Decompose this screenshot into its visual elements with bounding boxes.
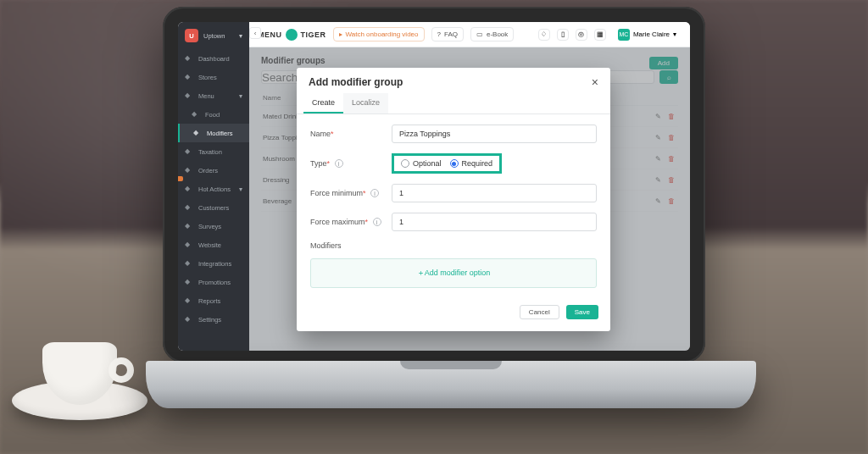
sidebar-item-promotions[interactable]: ◆Promotions xyxy=(178,273,249,291)
sidebar-item-label: Integrations xyxy=(198,260,231,268)
user-name: Marie Claire xyxy=(633,30,670,38)
save-button[interactable]: Save xyxy=(566,305,598,319)
sliders-icon: ◆ xyxy=(193,129,202,137)
chevron-down-icon: ▾ xyxy=(239,185,242,193)
sidebar-item-menu[interactable]: ◆Menu▾ xyxy=(178,86,249,105)
cart-icon: ◆ xyxy=(185,166,193,174)
modifiers-subheading: Modifiers xyxy=(310,241,597,250)
brand-name: Uptown xyxy=(203,32,225,40)
sidebar-item-settings[interactable]: ◆Settings xyxy=(178,310,249,329)
plug-icon: ◆ xyxy=(185,259,193,268)
search-icon: ⌕ xyxy=(667,74,671,81)
sidebar-item-label: Customers xyxy=(198,204,229,212)
sidebar-item-orders[interactable]: ◆Orders xyxy=(178,161,249,180)
sidebar-item-modifiers[interactable]: ◆Modifiers xyxy=(178,124,249,142)
sidebar-item-label: Reports xyxy=(198,297,220,305)
force-min-label: Force minimum* i xyxy=(310,189,392,198)
page-title: Modifier groups xyxy=(261,56,326,65)
edit-icon[interactable]: ✎ xyxy=(653,174,663,185)
sidebar: U Uptown ▾ ◆Dashboard◆Stores◆Menu▾◆Food◆… xyxy=(178,22,249,351)
app-brand: MENU TIGER xyxy=(258,29,326,41)
sidebar-item-customers[interactable]: ◆Customers xyxy=(178,198,249,217)
info-icon[interactable]: i xyxy=(373,218,381,226)
delete-icon[interactable]: 🗑 xyxy=(666,132,676,142)
tag-icon: ◆ xyxy=(185,278,193,286)
sidebar-collapse-button[interactable]: ‹ xyxy=(249,27,261,39)
sidebar-item-surveys[interactable]: ◆Surveys xyxy=(178,217,249,235)
sidebar-item-reports[interactable]: ◆Reports xyxy=(178,291,249,310)
tab-localize[interactable]: Localize xyxy=(343,93,388,114)
sidebar-item-label: Taxation xyxy=(198,148,222,156)
sidebar-item-label: Website xyxy=(198,241,221,249)
sidebar-item-label: Surveys xyxy=(198,223,221,230)
mobile-icon[interactable]: ▯ xyxy=(557,29,569,41)
add-modifier-group-modal: Add modifier group × Create Localize Nam… xyxy=(297,68,610,331)
info-icon[interactable]: i xyxy=(370,189,379,197)
bell-icon[interactable]: ♢ xyxy=(538,29,550,41)
info-icon[interactable]: i xyxy=(335,159,343,168)
sidebar-item-label: Modifiers xyxy=(207,130,232,137)
delete-icon[interactable]: 🗑 xyxy=(666,174,676,185)
book-icon: ◆ xyxy=(185,91,193,100)
gear-icon: ◆ xyxy=(185,315,193,324)
name-input[interactable] xyxy=(392,125,597,143)
watch-video-button[interactable]: ▸ Watch onboarding video xyxy=(333,27,425,42)
sidebar-item-integrations[interactable]: ◆Integrations xyxy=(178,254,249,273)
survey-icon: ◆ xyxy=(185,222,193,230)
sidebar-item-taxation[interactable]: ◆Taxation xyxy=(178,142,249,161)
sidebar-item-dashboard[interactable]: ◆Dashboard xyxy=(178,49,249,68)
grid-icon[interactable]: ▦ xyxy=(594,29,606,41)
compass-icon[interactable]: ◎ xyxy=(576,29,587,41)
globe-icon: ◆ xyxy=(185,241,193,249)
chevron-down-icon: ▾ xyxy=(673,30,676,38)
sidebar-item-stores[interactable]: ◆Stores xyxy=(178,68,249,86)
ebook-button[interactable]: ▭ e-Book xyxy=(470,27,514,42)
modal-title: Add modifier group xyxy=(309,76,403,88)
edit-icon[interactable]: ✎ xyxy=(653,153,663,163)
sidebar-item-label: Food xyxy=(205,111,220,119)
type-radio-group-highlight: Optional Required xyxy=(392,153,502,174)
sidebar-item-label: Menu xyxy=(198,92,214,100)
faq-button[interactable]: ? FAQ xyxy=(431,27,464,42)
cancel-button[interactable]: Cancel xyxy=(520,305,559,319)
percent-icon: ◆ xyxy=(185,147,193,156)
chart-icon: ◆ xyxy=(185,296,193,305)
name-label: Name* xyxy=(310,130,392,138)
force-min-input[interactable] xyxy=(392,184,597,202)
sidebar-item-label: Hot Actions xyxy=(198,185,231,193)
edit-icon[interactable]: ✎ xyxy=(653,132,663,142)
type-optional-radio[interactable]: Optional xyxy=(401,159,442,168)
close-icon[interactable]: × xyxy=(592,76,598,88)
force-max-label: Force maximum* i xyxy=(310,218,392,227)
play-icon: ▸ xyxy=(339,30,342,38)
sidebar-item-food[interactable]: ◆Food xyxy=(178,105,249,124)
chevron-down-icon: ▾ xyxy=(239,92,242,100)
question-icon: ? xyxy=(437,30,441,38)
force-max-input[interactable] xyxy=(392,213,597,231)
type-label: Type* i xyxy=(310,159,392,169)
search-submit-button[interactable]: ⌕ xyxy=(659,70,678,84)
edit-icon[interactable]: ✎ xyxy=(653,196,663,206)
chevron-down-icon[interactable]: ▾ xyxy=(239,32,242,40)
type-required-radio[interactable]: Required xyxy=(450,159,493,168)
sidebar-item-label: Orders xyxy=(198,167,218,174)
bolt-icon: ◆ xyxy=(185,185,193,193)
sidebar-item-label: Settings xyxy=(198,316,221,324)
user-menu[interactable]: MC Marie Claire ▾ xyxy=(613,27,682,42)
sidebar-item-hot-actions[interactable]: ◆Hot Actions▾ xyxy=(178,180,249,198)
sidebar-item-label: Stores xyxy=(198,74,217,81)
sidebar-item-label: Promotions xyxy=(198,279,231,286)
add-button[interactable]: Add xyxy=(649,57,678,69)
tab-create[interactable]: Create xyxy=(303,93,343,114)
sidebar-brand: U Uptown ▾ xyxy=(178,22,249,49)
edit-icon[interactable]: ✎ xyxy=(653,111,663,121)
delete-icon[interactable]: 🗑 xyxy=(666,196,676,206)
avatar: MC xyxy=(618,29,630,41)
brand-logo-icon: U xyxy=(185,29,198,42)
store-icon: ◆ xyxy=(185,73,193,81)
delete-icon[interactable]: 🗑 xyxy=(666,153,676,163)
delete-icon[interactable]: 🗑 xyxy=(666,111,676,121)
page-content: Modifier groups Add ⌕ Name Mated Drinks✎… xyxy=(249,47,690,351)
sidebar-item-website[interactable]: ◆Website xyxy=(178,235,249,254)
add-modifier-option-button[interactable]: ＋Add modifier option xyxy=(310,258,597,288)
